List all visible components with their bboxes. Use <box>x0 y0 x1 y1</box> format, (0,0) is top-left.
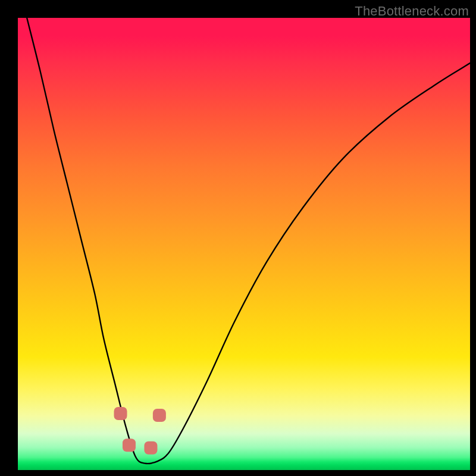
watermark-text: TheBottleneck.com <box>355 4 469 19</box>
chart-line <box>27 18 470 464</box>
chart-marker <box>123 439 136 452</box>
chart-svg <box>18 18 470 470</box>
chart-plot-area <box>18 18 470 470</box>
chart-markers <box>114 407 166 455</box>
chart-marker <box>153 409 166 422</box>
chart-marker <box>114 407 127 420</box>
app-frame: TheBottleneck.com <box>0 0 476 476</box>
chart-marker <box>144 441 157 455</box>
